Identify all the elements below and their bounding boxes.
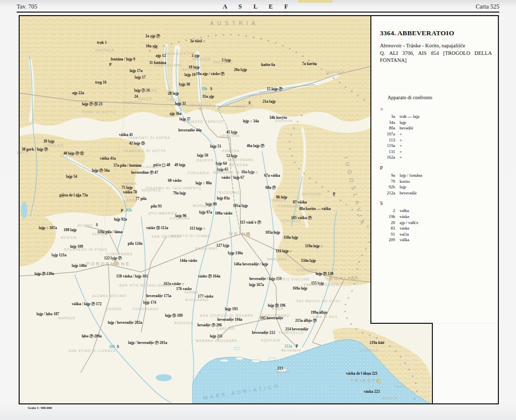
place-label: GEMONA bbox=[222, 149, 240, 153]
dialect-point-label: beveredüœ Ⓟ 47 bbox=[131, 170, 158, 175]
dialect-point-label: lạjp 64 bbox=[216, 161, 227, 166]
dialect-point-label: 19b bbox=[201, 87, 207, 91]
dialect-point-label: 79a lajp bbox=[173, 191, 186, 195]
dialect-point-label: 144a váske bbox=[180, 258, 198, 263]
scale-label: Scala 1: 500.000 bbox=[28, 406, 52, 410]
apparato-item: 83váske bbox=[380, 226, 499, 232]
dialect-point-label: lạjp 30 bbox=[179, 82, 190, 87]
dialect-point-label: 52 lạjp bbox=[226, 154, 237, 158]
place-label: BASILIANO bbox=[196, 247, 218, 250]
dialect-point-label: 215a álbjo Ⓟ bbox=[295, 318, 317, 323]
dialect-point-label: lajp / lẹbo 187 bbox=[37, 312, 59, 316]
place-label: MONTENARS bbox=[228, 158, 253, 162]
place-label: CHIONS bbox=[106, 307, 122, 311]
dialect-point-label: beveradộr 175a bbox=[146, 294, 171, 298]
dialect-point-label: 119a lajp ○ bbox=[305, 244, 322, 248]
place-label: SUTRIO bbox=[182, 67, 198, 71]
dialect-point-label: 134a lạjp bbox=[301, 258, 315, 263]
place-label: AVIANO bbox=[78, 224, 93, 227]
place-label: CORDOVADO bbox=[133, 307, 159, 311]
dialect-point-label: 46a lajp Ⓟ bbox=[246, 144, 264, 149]
place-label: SPILIMBERGO bbox=[149, 212, 177, 215]
dialect-point-label: 21a lajp bbox=[263, 99, 276, 104]
place-label: CIMOLAIS bbox=[44, 144, 64, 147]
place-label: Belvedere bbox=[281, 348, 301, 352]
map-entry-title: 3364. ABBEVERATOIO bbox=[380, 29, 499, 37]
dialect-point-label: 108 lajp bbox=[63, 228, 77, 232]
dialect-point-label: lajp Ⓟ 56a bbox=[92, 168, 109, 173]
place-label: FORGARIA bbox=[188, 171, 210, 175]
place-label: MUGGIA bbox=[381, 396, 398, 400]
place-label: ARBA bbox=[126, 198, 138, 202]
place-label: CHIOPRIS VISCONE bbox=[270, 277, 310, 281]
place-label: VARMO bbox=[184, 291, 199, 294]
place-label: Sedrano bbox=[92, 232, 108, 236]
place-label: SGONICO bbox=[360, 348, 379, 352]
place-label: FARRA D'ISONZO bbox=[304, 283, 339, 287]
dialect-point-label: lajp 83a bbox=[217, 196, 230, 200]
dialect-point-label: ajp 22a bbox=[72, 91, 84, 95]
dialect-point-label: 87 váška bbox=[293, 200, 307, 204]
dialect-point-label: lajp 140a bbox=[72, 263, 86, 268]
place-label: AQUILEIA bbox=[261, 338, 281, 342]
dialect-point-label: lẹbo Ⓟ 209a bbox=[82, 334, 102, 339]
dialect-point-label: 68a Ⓟ bbox=[266, 185, 276, 190]
dialect-point-label: 100a váske bbox=[215, 211, 233, 216]
place-label: SAN STINO DI LIVENZA bbox=[69, 349, 116, 353]
apparato-item: 34alạjp bbox=[380, 120, 499, 126]
apparato-list: ○3atrọ̈k — lajp34alạjp80abevadốr107a+113… bbox=[380, 106, 499, 243]
place-label: SAPPADA bbox=[95, 48, 114, 52]
dialect-point-label: 131 lajp ○ bbox=[276, 249, 292, 253]
apparato-item: 131+ bbox=[380, 149, 499, 155]
dialect-point-label: lạjp 97a bbox=[199, 210, 212, 215]
place-label: FORNI DI SOTTO bbox=[82, 110, 116, 114]
dialect-point-label: lajp 51 bbox=[210, 144, 221, 149]
dialect-point-label: 31a ạjp bbox=[202, 94, 214, 99]
dialect-point-label: váske Ⓟ 164a bbox=[198, 274, 220, 279]
apparato-dialect-word: + bbox=[400, 155, 402, 161]
apparato-dialect-word: korito bbox=[400, 179, 410, 185]
apparato-point-number: 19b bbox=[380, 214, 395, 220]
place-label: RAVEO bbox=[138, 97, 152, 101]
dialect-point-label: lajp 31 bbox=[175, 101, 186, 106]
dialect-point-label: váška 41a bbox=[100, 156, 115, 161]
place-label: TRICESIMO bbox=[217, 191, 240, 194]
dialect-point-label: 28 lajp bbox=[168, 91, 179, 96]
apparato-item: 70korito bbox=[380, 179, 499, 185]
dialect-point-label: 169a lajp bbox=[292, 286, 307, 291]
place-label: MOGGIO bbox=[236, 104, 253, 108]
apparato-item: 113+ bbox=[380, 137, 499, 144]
dialect-point-label: lạjp 174 bbox=[143, 300, 156, 305]
place-label: TRAMONTI DI SOTTO bbox=[123, 149, 166, 153]
place-label: DOGNA bbox=[260, 91, 274, 94]
place-label: TOLMEZZO bbox=[189, 103, 212, 107]
apparato-dialect-word: trọ̈k — lajp bbox=[400, 114, 419, 120]
apparato-dialect-word: váske bbox=[400, 226, 409, 232]
dialect-point-label: 115 vásk'e Ⓟ bbox=[240, 220, 261, 225]
panel-bottom-border bbox=[370, 323, 433, 324]
dialect-point-label: lajp 19 bbox=[184, 73, 196, 77]
region-label: MARE ADRIATICO bbox=[203, 383, 281, 400]
apparato-item: 107a+ bbox=[380, 131, 499, 137]
dialect-point-label: 39 lạjp bbox=[43, 139, 54, 144]
place-label: PORDENONE bbox=[86, 261, 131, 266]
dialect-point-label: váska 223 bbox=[364, 389, 379, 394]
place-label: MARANO LAGUNARE bbox=[196, 339, 238, 342]
questionnaire-reference: Q. ALI 3706, AIS 854 [TROGOLO DELLA FONT… bbox=[380, 50, 492, 63]
apparato-point-number: 91 bbox=[380, 232, 395, 238]
dialect-point-label: 88a koritu — váška bbox=[299, 206, 331, 211]
place-label: TRAMONTI DI SOPRA bbox=[127, 136, 170, 139]
dialect-point-label: kañto 6a bbox=[261, 62, 275, 67]
place-label: CLAUZETTO bbox=[141, 165, 165, 169]
place-label: ARTEGNA bbox=[228, 163, 248, 167]
apparato-point-number: 92b bbox=[380, 184, 395, 190]
place-label: MORUZZO bbox=[193, 204, 214, 207]
place-label: FIUMICELLO bbox=[279, 331, 304, 334]
apparato-point-number: 131 bbox=[380, 149, 395, 155]
dialect-point-label: 67a váška bbox=[264, 173, 280, 178]
dialect-point-label: lajp 211 bbox=[210, 334, 222, 338]
dialect-point-label: 92b bbox=[126, 208, 132, 213]
apparato-dialect-word: váška bbox=[400, 237, 409, 243]
dialect-point-label: 146a beveradộr / lajp bbox=[234, 262, 268, 266]
dialect-point-label: 2a ạjp Ⓟ bbox=[145, 34, 160, 39]
